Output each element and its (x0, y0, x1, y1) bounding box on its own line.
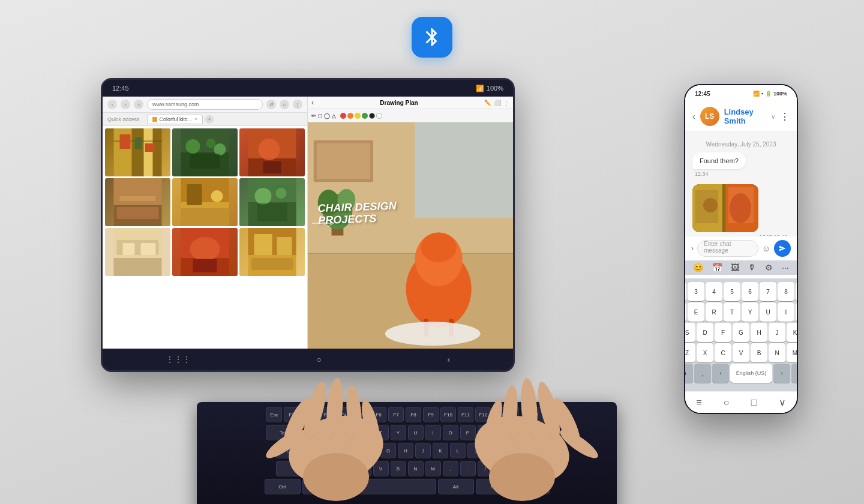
grid-cell-9-decoration (239, 228, 305, 276)
phone-device: 12:45 📶 ▪ 🔋 100% ‹ LS Lindsey Smith ∨ ⋮ … (684, 84, 798, 414)
phone-key-6[interactable]: 6 (742, 282, 758, 301)
phone-key-t[interactable]: T (724, 302, 740, 322)
phone-key-8[interactable]: 8 (778, 282, 794, 301)
phone-key-2[interactable]: 2 (684, 282, 686, 301)
phone-key-space[interactable]: English (US) (730, 364, 772, 383)
svg-rect-43 (254, 234, 272, 255)
home-button[interactable]: ⌂ (280, 100, 289, 109)
phone-nav-home[interactable]: ○ (724, 397, 730, 408)
emoji-tool-icon[interactable]: 😊 (693, 263, 703, 272)
drawing-content: CHAIR DESIGN PROJECTS (308, 122, 513, 349)
mic-tool-icon[interactable]: 🎙 (748, 263, 757, 272)
color-yellow[interactable] (355, 113, 361, 119)
phone-key-5[interactable]: 5 (724, 282, 740, 301)
phone-key-enter[interactable]: ↵ (791, 364, 798, 383)
phone-key-d[interactable]: D (697, 323, 713, 342)
contact-name[interactable]: Lindsey Smith (724, 107, 766, 125)
svg-rect-5 (135, 137, 142, 149)
phone-key-y[interactable]: Y (742, 302, 758, 322)
bookmark-button[interactable]: ☆ (134, 100, 143, 109)
phone-key-special[interactable]: !#1 (684, 364, 693, 383)
message-bubble-1: Found them? (692, 152, 746, 169)
tab-close-button[interactable]: × (194, 116, 197, 122)
phone-signal-icon: 📶 (753, 91, 760, 97)
phone-key-z[interactable]: Z (684, 343, 695, 362)
phone-key-k[interactable]: K (787, 323, 798, 342)
phone-back-button[interactable]: ‹ (692, 112, 695, 121)
more-options-icon[interactable]: ⋮ (503, 100, 509, 106)
contact-dropdown-icon[interactable]: ∨ (771, 113, 775, 120)
phone-key-9[interactable]: 9 (796, 282, 798, 301)
pen-icon[interactable]: ✏️ (484, 100, 491, 106)
expand-button[interactable]: › (691, 244, 694, 253)
phone-key-i[interactable]: I (778, 302, 794, 322)
phone-key-lang-right[interactable]: › (773, 364, 790, 383)
phone-key-n[interactable]: N (769, 343, 785, 362)
refresh-button[interactable]: ↺ (266, 100, 276, 109)
phone-bottom-bar: ≡ ○ □ ∨ (685, 391, 797, 413)
bluetooth-icon-container (412, 17, 452, 58)
tool-eraser[interactable]: ◻ (318, 113, 322, 119)
svg-point-38 (190, 237, 220, 261)
browser-tab-1[interactable]: Colorful kitc... × (147, 115, 203, 124)
menu-button[interactable]: ⋮ (293, 100, 302, 109)
emoji-button[interactable]: ☺ (762, 244, 770, 253)
phone-key-w[interactable]: W (684, 302, 686, 322)
phone-key-j[interactable]: J (769, 323, 785, 342)
phone-key-h[interactable]: H (751, 323, 767, 342)
back-button[interactable]: ‹ (107, 100, 117, 109)
grid-cell-5 (172, 178, 238, 226)
photo-tool-icon[interactable]: 🖼 (731, 263, 739, 272)
new-tab-button[interactable]: + (205, 115, 214, 124)
phone-key-v[interactable]: V (733, 343, 749, 362)
color-black[interactable] (369, 113, 375, 119)
color-orange[interactable] (347, 113, 353, 119)
phone-wifi-icon: ▪ (761, 91, 763, 97)
svg-rect-35 (141, 243, 156, 255)
settings-tool-icon[interactable]: ⚙ (765, 263, 773, 272)
svg-point-80 (489, 453, 555, 501)
send-button[interactable] (774, 240, 791, 257)
phone-key-e[interactable]: E (688, 302, 704, 322)
phone-key-s[interactable]: S (684, 323, 695, 342)
tool-pen[interactable]: ✏ (311, 113, 316, 119)
tool-shape[interactable]: △ (332, 113, 336, 119)
svg-rect-47 (415, 122, 513, 218)
phone-key-4[interactable]: 4 (706, 282, 722, 301)
color-green[interactable] (362, 113, 368, 119)
phone-key-f[interactable]: F (715, 323, 731, 342)
grid-cell-2 (172, 128, 238, 176)
calendar-tool-icon[interactable]: 📅 (712, 263, 722, 272)
phone-key-r[interactable]: R (706, 302, 722, 322)
phone-key-u[interactable]: U (760, 302, 776, 322)
phone-chat-header: ‹ LS Lindsey Smith ∨ ⋮ (685, 102, 797, 131)
share-icon[interactable]: ⬜ (494, 100, 501, 106)
tablet-nav-menu[interactable]: ⋮⋮⋮ (166, 355, 191, 364)
url-bar[interactable]: www.samsung.com (147, 99, 263, 110)
phone-key-x[interactable]: X (697, 343, 713, 362)
phone-key-b[interactable]: B (751, 343, 767, 362)
phone-key-3[interactable]: 3 (688, 282, 704, 301)
chat-input-field[interactable]: Enter chat message (697, 240, 758, 257)
grid-cell-7-decoration (105, 228, 170, 276)
phone-key-comma[interactable]: , (694, 364, 711, 383)
more-tools-icon[interactable]: ··· (782, 263, 789, 272)
phone-more-button[interactable]: ⋮ (780, 111, 790, 122)
grid-cell-4-decoration (105, 178, 170, 226)
phone-key-lang-left[interactable]: ‹ (712, 364, 729, 383)
chat-area[interactable]: Wednesday, July 25, 2023 Found them? 12:… (685, 131, 797, 236)
phone-key-g[interactable]: G (733, 323, 749, 342)
color-white[interactable] (376, 113, 382, 119)
tool-selection[interactable]: ◯ (324, 113, 330, 119)
color-red[interactable] (340, 113, 346, 119)
phone-nav-recent[interactable]: □ (751, 397, 757, 408)
phone-nav-down[interactable]: ∨ (779, 397, 786, 408)
drawing-back-btn[interactable]: ‹ (311, 98, 314, 107)
phone-key-m[interactable]: M (787, 343, 798, 362)
phone-key-o[interactable]: O (796, 302, 798, 322)
phone-nav-menu[interactable]: ≡ (696, 397, 701, 408)
phone-key-c[interactable]: C (715, 343, 731, 362)
grid-cell-8 (172, 228, 238, 276)
forward-button[interactable]: › (121, 100, 130, 109)
phone-key-7[interactable]: 7 (760, 282, 776, 301)
